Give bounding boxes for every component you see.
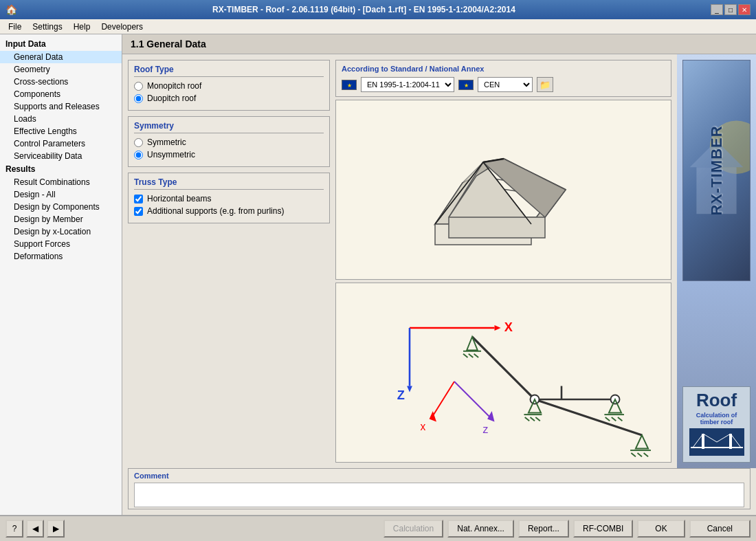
comment-area: Comment — [128, 468, 751, 509]
unsymmetric-option[interactable]: Unsymmetric — [134, 150, 324, 159]
symmetric-option[interactable]: Symmetric — [134, 137, 324, 147]
maximize-button[interactable]: □ — [724, 4, 737, 15]
unsymmetric-radio[interactable] — [134, 151, 143, 159]
form-panel: Roof Type Monopitch roof Duopitch roof S… — [122, 54, 335, 468]
standard-title: According to Standard / National Annex — [342, 65, 665, 73]
svg-marker-16 — [495, 325, 501, 331]
symmetric-label: Symmetric — [147, 137, 186, 147]
sidebar-item-components[interactable]: Components — [0, 88, 122, 100]
menu-bar: File Settings Help Developers — [0, 19, 756, 34]
sidebar-item-control-params[interactable]: Control Parameters — [0, 137, 122, 150]
sidebar-item-design-components[interactable]: Design by Components — [0, 201, 122, 213]
main-layout: Input Data General Data Geometry Cross-s… — [0, 34, 756, 515]
svg-line-21 — [432, 382, 455, 417]
annex-select[interactable]: CEN — [478, 77, 533, 92]
truss-diagram: X Z x z — [335, 283, 671, 463]
horizontal-beams-label: Horizontal beams — [147, 194, 211, 203]
horizontal-beams-checkbox[interactable] — [134, 195, 143, 203]
rf-combi-button[interactable]: RF-COMBI — [573, 520, 633, 538]
svg-text:X: X — [504, 320, 513, 334]
sidebar-item-loads[interactable]: Loads — [0, 113, 122, 125]
help-icon-button[interactable]: ? — [5, 520, 23, 538]
duopitch-label: Duopitch roof — [147, 93, 196, 103]
truss-type-group: Truss Type Horizontal beams Additional s… — [128, 173, 330, 223]
menu-developers[interactable]: Developers — [96, 21, 148, 33]
sidebar-item-design-all[interactable]: Design - All — [0, 188, 122, 201]
svg-line-42 — [535, 417, 540, 421]
sidebar-item-effective-lengths[interactable]: Effective Lengths — [0, 125, 122, 137]
sidebar-item-cross-sections[interactable]: Cross-sections — [0, 76, 122, 88]
sidebar: Input Data General Data Geometry Cross-s… — [0, 34, 122, 515]
brand-top-image: RX-TIMBER — [682, 60, 751, 281]
sidebar-item-supports[interactable]: Supports and Releases — [0, 100, 122, 113]
monopitch-option[interactable]: Monopitch roof — [134, 81, 324, 91]
duopitch-option[interactable]: Duopitch roof — [134, 93, 324, 103]
bottom-left-icons: ? ◀ ▶ — [5, 520, 65, 538]
svg-line-36 — [469, 354, 474, 357]
additional-supports-checkbox[interactable] — [134, 207, 143, 216]
sidebar-item-design-xlocation[interactable]: Design by x-Location — [0, 225, 122, 238]
horizontal-beams-option[interactable]: Horizontal beams — [134, 194, 324, 203]
cancel-button[interactable]: Cancel — [689, 520, 751, 538]
svg-line-37 — [474, 354, 479, 357]
standard-bar: According to Standard / National Annex ★… — [335, 60, 671, 97]
monopitch-label: Monopitch roof — [147, 81, 201, 91]
svg-line-47 — [618, 417, 623, 421]
prev-button[interactable]: ◀ — [26, 520, 44, 538]
svg-line-46 — [612, 417, 616, 421]
brand-panel: RX-TIMBER Roof Calculation of timber roo… — [677, 54, 756, 468]
standard-select[interactable]: EN 1995-1-1:2004-11 — [361, 77, 454, 92]
menu-file[interactable]: File — [3, 21, 27, 33]
svg-line-52 — [644, 453, 649, 456]
duopitch-radio[interactable] — [134, 94, 143, 103]
sidebar-item-geometry[interactable]: Geometry — [0, 63, 122, 76]
content-area: 1.1 General Data Roof Type Monopitch roo… — [122, 34, 756, 515]
nat-annex-button[interactable]: Nat. Annex... — [447, 520, 514, 538]
sidebar-item-serviceability[interactable]: Serviceability Data — [0, 150, 122, 162]
sidebar-item-result-combinations[interactable]: Result Combinations — [0, 176, 122, 188]
sidebar-item-design-member[interactable]: Design by Member — [0, 213, 122, 225]
svg-line-45 — [605, 417, 610, 421]
monopitch-radio[interactable] — [134, 82, 143, 91]
calculation-button[interactable]: Calculation — [383, 520, 443, 538]
sidebar-item-deformations[interactable]: Deformations — [0, 250, 122, 263]
symmetric-radio[interactable] — [134, 138, 143, 147]
menu-help[interactable]: Help — [68, 21, 96, 33]
ok-button[interactable]: OK — [637, 520, 685, 538]
svg-marker-33 — [467, 337, 478, 351]
window-controls: _ □ ✕ — [711, 4, 751, 15]
brand-logo-svg — [689, 428, 744, 456]
minimize-button[interactable]: _ — [711, 4, 723, 15]
svg-line-35 — [463, 354, 468, 357]
svg-marker-48 — [636, 435, 648, 449]
svg-line-24 — [454, 382, 490, 417]
menu-settings[interactable]: Settings — [27, 21, 67, 33]
svg-line-41 — [531, 417, 535, 421]
browse-button[interactable]: 📁 — [537, 77, 553, 92]
sidebar-item-general-data[interactable]: General Data — [0, 51, 122, 63]
title-bar-text: RX-TIMBER - Roof - 2.06.1119 (64bit) - [… — [17, 5, 711, 14]
app-icon: 🏠 — [5, 4, 17, 15]
roof-type-title: Roof Type — [134, 65, 324, 77]
svg-rect-58 — [729, 434, 732, 449]
truss-svg: X Z x z — [336, 283, 671, 462]
symmetry-title: Symmetry — [134, 121, 324, 133]
roof-type-group: Roof Type Monopitch roof Duopitch roof — [128, 60, 330, 111]
svg-line-51 — [638, 453, 643, 456]
next-button[interactable]: ▶ — [47, 520, 65, 538]
roof-3d-svg — [408, 121, 600, 258]
standard-controls: ★ EN 1995-1-1:2004-11 ★ CEN 📁 — [342, 77, 665, 92]
additional-supports-option[interactable]: Additional supports (e.g. from purlins) — [134, 206, 324, 216]
close-button[interactable]: ✕ — [738, 4, 751, 15]
eu-flag-icon: ★ — [342, 80, 357, 90]
right-panel: According to Standard / National Annex ★… — [335, 54, 677, 468]
svg-marker-19 — [407, 386, 412, 393]
svg-line-50 — [631, 453, 636, 456]
svg-rect-57 — [702, 434, 704, 449]
truss-type-title: Truss Type — [134, 177, 324, 190]
sidebar-item-support-forces[interactable]: Support Forces — [0, 238, 122, 250]
comment-input[interactable] — [134, 483, 744, 507]
additional-supports-label: Additional supports (e.g. from purlins) — [147, 206, 284, 216]
report-button[interactable]: Report... — [518, 520, 569, 538]
content-body: Roof Type Monopitch roof Duopitch roof S… — [122, 54, 756, 468]
